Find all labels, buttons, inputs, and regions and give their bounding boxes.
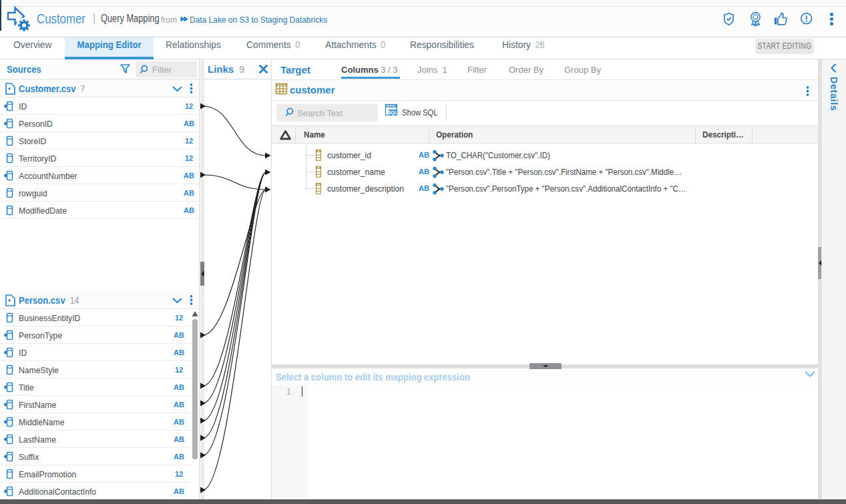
svg-text:SQL: SQL [389,110,397,115]
